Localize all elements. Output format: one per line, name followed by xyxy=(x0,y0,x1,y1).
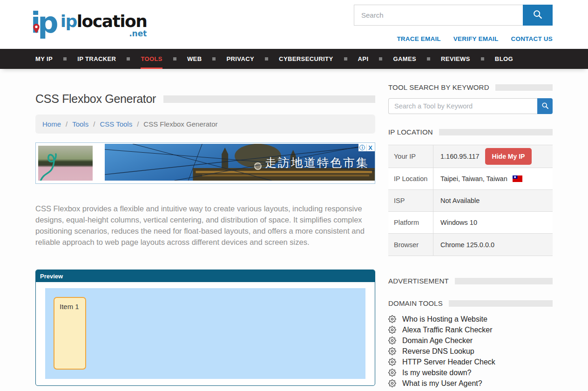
nav-item-blog[interactable]: BLOG xyxy=(495,49,513,69)
ad-image-main[interactable]: 走訪地道特色市集 i X xyxy=(105,144,375,181)
nav-separator xyxy=(63,57,67,61)
nav-item-tools[interactable]: TOOLS xyxy=(141,49,162,69)
row-label: Browser xyxy=(388,234,433,256)
domain-tool-link[interactable]: HTTP Server Header Check xyxy=(402,358,495,366)
nav-item-cybersecurity[interactable]: CYBERSECURITY xyxy=(279,49,333,69)
site-logo[interactable]: ip iplocation .net xyxy=(31,5,147,41)
heading-decor-bar xyxy=(495,84,553,91)
preview-panel-body: Item 1 xyxy=(36,282,375,386)
advertisement-heading: ADVERTISEMENT xyxy=(388,277,449,285)
nav-separator xyxy=(427,57,430,61)
domain-tool-link[interactable]: Is my website down? xyxy=(402,369,472,377)
search-icon xyxy=(533,9,543,21)
ad-banner: 走訪地道特色市集 i X xyxy=(35,142,375,184)
row-label: IP Location xyxy=(388,168,433,189)
site-header: ip iplocation .net TRACE EMAIL xyxy=(0,0,588,49)
domain-tool-link[interactable]: Who is Hosting a Website xyxy=(402,316,487,323)
nav-separator xyxy=(379,57,382,61)
flex-preview-item: Item 1 xyxy=(54,297,86,370)
preview-panel-header: Preview xyxy=(36,270,375,282)
ip-location-table: Your IP 1.160.95.117 Hide My IP IP Locat… xyxy=(388,145,553,256)
list-item: Is my website down? xyxy=(388,369,553,377)
trace-email-link[interactable]: TRACE EMAIL xyxy=(397,35,440,42)
breadcrumb-separator: / xyxy=(93,120,95,128)
tool-search xyxy=(388,98,553,114)
ip-location-value: Taipei, Taiwan, Taiwan xyxy=(440,175,507,182)
contact-us-link[interactable]: CONTACT US xyxy=(511,35,553,42)
verify-email-link[interactable]: VERIFY EMAIL xyxy=(453,35,499,42)
nav-separator xyxy=(481,57,484,61)
nav-separator xyxy=(212,57,216,61)
table-row: Browser Chrome 125.0.0.0 xyxy=(388,234,553,256)
nav-item-api[interactable]: API xyxy=(358,49,369,69)
flex-preview-container: Item 1 xyxy=(45,288,365,379)
heading-decor-bar xyxy=(439,129,553,135)
isp-value: Not Available xyxy=(440,197,480,204)
ad-close-icon[interactable]: X xyxy=(366,144,374,151)
table-row: Platform Windows 10 xyxy=(388,212,553,234)
header-links: TRACE EMAIL VERIFY EMAIL CONTACT US xyxy=(354,35,553,42)
nav-separator xyxy=(127,57,130,61)
hide-my-ip-button[interactable]: Hide My IP xyxy=(485,148,532,165)
nav-item-web[interactable]: WEB xyxy=(187,49,202,69)
ip-location-heading: IP LOCATION xyxy=(388,128,433,136)
nav-item-ip-tracker[interactable]: IP TRACKER xyxy=(77,49,116,69)
tool-search-input[interactable] xyxy=(388,98,537,114)
heading-decor-bar xyxy=(449,300,553,307)
breadcrumb-tools[interactable]: Tools xyxy=(72,120,88,128)
preview-panel: Preview Item 1 xyxy=(35,270,375,386)
nav-item-reviews[interactable]: REVIEWS xyxy=(441,49,470,69)
gear-icon xyxy=(388,379,396,387)
row-label: Your IP xyxy=(388,145,433,168)
row-label: ISP xyxy=(388,190,433,211)
tool-search-button[interactable] xyxy=(537,98,553,114)
domain-tools-heading: DOMAIN TOOLS xyxy=(388,299,443,307)
domain-tools-list: Who is Hosting a Website Alexa Traffic R… xyxy=(388,315,553,387)
nav-separator xyxy=(173,57,176,61)
platform-value: Windows 10 xyxy=(440,219,477,226)
breadcrumb-css-tools[interactable]: CSS Tools xyxy=(100,120,132,128)
site-search xyxy=(354,5,553,26)
your-ip-value: 1.160.95.117 xyxy=(440,153,480,160)
logo-wordmark: iplocation .net xyxy=(61,12,147,38)
domain-tool-link[interactable]: Reverse DNS Lookup xyxy=(402,348,474,355)
page-title: CSS Flexbox Generator xyxy=(35,92,156,106)
nav-item-my-ip[interactable]: MY IP xyxy=(35,49,53,69)
site-search-button[interactable] xyxy=(523,5,553,26)
domain-tool-link[interactable]: What is my User Agent? xyxy=(402,380,482,387)
list-item: What is my User Agent? xyxy=(388,379,553,387)
list-item: Domain Age Checker xyxy=(388,337,553,344)
ad-info-icon[interactable]: i xyxy=(359,145,365,150)
search-icon xyxy=(541,102,549,111)
ip-location-heading-row: IP LOCATION xyxy=(388,128,553,136)
nav-item-privacy[interactable]: PRIVACY xyxy=(226,49,254,69)
table-row: IP Location Taipei, Taiwan, Taiwan xyxy=(388,168,553,190)
breadcrumb-separator: / xyxy=(66,120,68,128)
sidebar: TOOL SEARCH BY KEYWORD IP LOCATION Your … xyxy=(388,69,553,390)
gear-icon xyxy=(388,358,396,366)
list-item: HTTP Server Header Check xyxy=(388,358,553,366)
domain-tool-link[interactable]: Alexa Traffic Rank Checker xyxy=(402,326,493,334)
domain-tools-heading-row: DOMAIN TOOLS xyxy=(388,299,553,307)
gear-icon xyxy=(388,326,396,334)
title-decor-bar xyxy=(163,95,375,103)
logo-word-ip: ip xyxy=(61,12,77,31)
heading-decor-bar xyxy=(455,278,553,284)
ad-controls: i X xyxy=(358,144,375,151)
gear-icon xyxy=(388,315,396,323)
browser-value: Chrome 125.0.0.0 xyxy=(440,241,494,249)
logo-word-location: location xyxy=(77,12,147,31)
logo-mark: ip xyxy=(31,5,61,41)
breadcrumb-home[interactable]: Home xyxy=(42,120,61,128)
site-search-input[interactable] xyxy=(354,5,523,26)
ad-image-left[interactable] xyxy=(38,146,93,180)
ad-caption: 走訪地道特色市集 xyxy=(265,155,369,170)
gear-icon xyxy=(388,347,396,355)
tool-search-heading-row: TOOL SEARCH BY KEYWORD xyxy=(388,83,553,91)
row-label: Platform xyxy=(388,212,433,233)
domain-tool-link[interactable]: Domain Age Checker xyxy=(402,337,473,344)
advertisement-heading-row: ADVERTISEMENT xyxy=(388,277,553,285)
main-nav: MY IP IP TRACKER TOOLS WEB PRIVACY CYBER… xyxy=(0,49,588,69)
list-item: Reverse DNS Lookup xyxy=(388,347,553,355)
nav-item-games[interactable]: GAMES xyxy=(393,49,416,69)
